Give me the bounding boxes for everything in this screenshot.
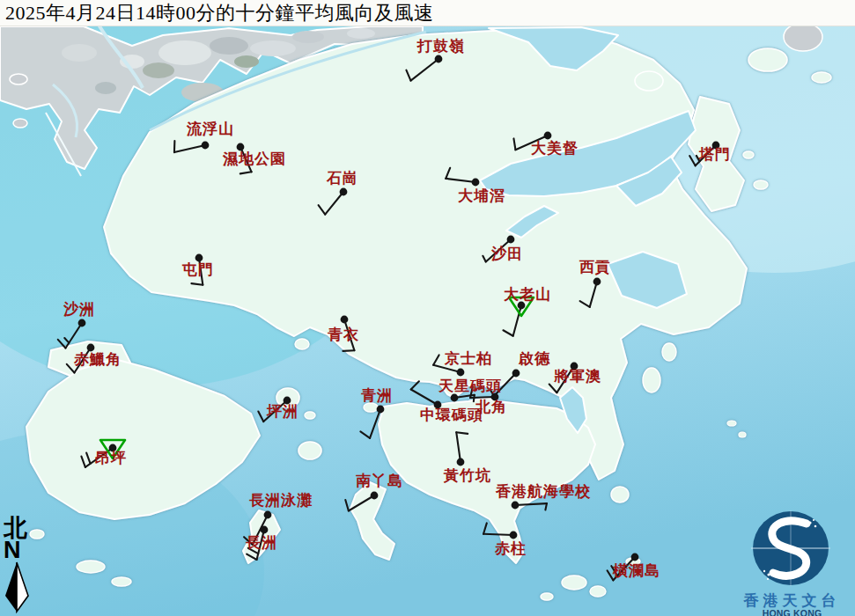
station-dot — [507, 236, 515, 244]
station-dot — [593, 278, 601, 286]
station-dot — [544, 132, 552, 140]
wind-map-screen: 打鼓嶺流浮山濕地公園石崗大美督塔門大埔滘沙田屯門西貢沙洲赤鱲角大老山青衣京士柏啟… — [0, 0, 855, 616]
station-marker — [512, 502, 547, 510]
station-dot — [435, 55, 443, 63]
station-marker — [58, 319, 86, 348]
hko-logo-icon — [729, 509, 855, 588]
stations-layer — [0, 0, 855, 616]
station-dot — [109, 444, 117, 452]
station-dot — [510, 532, 518, 539]
station-marker — [513, 132, 551, 150]
north-hanzi-label: 北 — [4, 516, 33, 539]
station-marker — [258, 397, 291, 422]
station-dot — [457, 458, 465, 466]
station-marker — [503, 297, 534, 336]
station-dot — [451, 394, 459, 402]
station-marker — [191, 254, 203, 285]
hko-name-chinese: 香港天文台 — [729, 592, 855, 609]
station-dot — [195, 254, 203, 262]
station-marker — [81, 440, 125, 467]
map-title: 2025年4月24日14時00分的十分鐘平均風向及風速 — [5, 0, 434, 26]
station-marker — [433, 355, 464, 376]
station-marker — [319, 188, 348, 215]
station-marker — [345, 492, 378, 511]
station-dot — [571, 363, 579, 370]
station-marker — [446, 168, 479, 187]
station-marker — [411, 381, 442, 408]
station-dot — [341, 316, 349, 324]
station-dot — [491, 393, 499, 401]
north-arrow-icon — [2, 561, 32, 613]
station-marker — [483, 523, 517, 539]
hko-name-english: HONG KONG OBSERVATORY — [729, 609, 855, 616]
station-marker — [483, 236, 514, 262]
station-marker — [360, 406, 384, 438]
station-dot — [472, 179, 480, 187]
station-marker — [549, 363, 579, 393]
station-dot — [434, 401, 442, 409]
station-marker — [341, 316, 355, 351]
station-dot — [457, 369, 465, 377]
station-dot — [261, 526, 269, 534]
station-marker — [406, 55, 442, 81]
station-marker — [490, 370, 520, 396]
station-dot — [512, 370, 520, 378]
station-dot — [87, 344, 95, 352]
station-dot — [631, 554, 639, 561]
station-dot — [284, 397, 291, 405]
station-dot — [371, 492, 379, 500]
station-dot — [518, 302, 526, 310]
station-marker — [580, 278, 601, 307]
station-dot — [78, 319, 86, 327]
station-dot — [712, 142, 720, 150]
station-marker — [689, 142, 719, 166]
north-letter-label: N — [4, 539, 33, 561]
station-dot — [377, 406, 385, 414]
station-marker — [608, 554, 639, 581]
north-compass: 北 N — [2, 516, 33, 616]
station-marker — [174, 141, 209, 152]
station-dot — [340, 188, 348, 196]
hko-logo: 香港天文台 HONG KONG OBSERVATORY — [729, 509, 855, 616]
station-dot — [202, 142, 210, 150]
station-marker — [456, 432, 468, 466]
station-marker — [67, 344, 95, 373]
station-dot — [512, 502, 520, 510]
station-dot — [237, 143, 245, 151]
station-dot — [264, 511, 272, 519]
title-bar: 2025年4月24日14時00分的十分鐘平均風向及風速 — [0, 0, 855, 26]
station-marker — [237, 143, 252, 174]
